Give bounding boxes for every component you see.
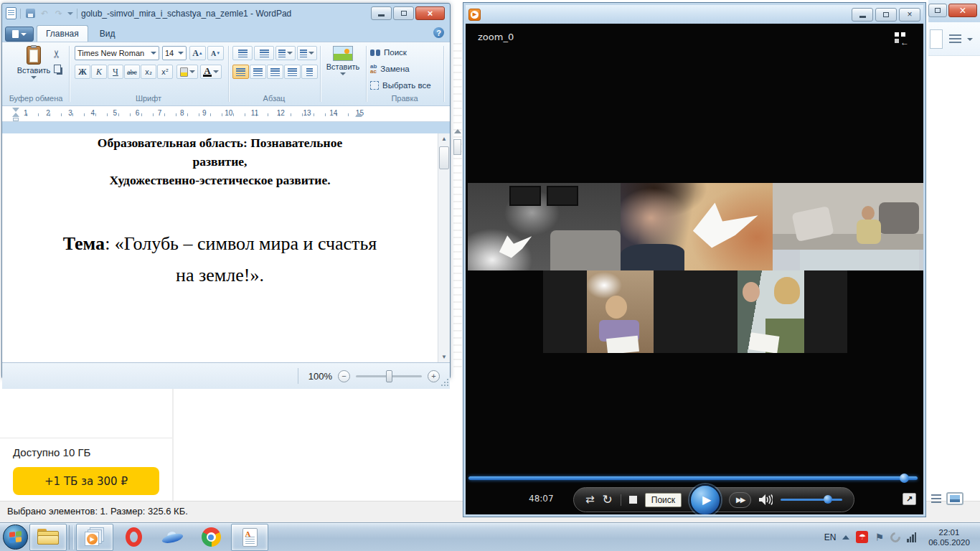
save-button[interactable]	[24, 8, 36, 19]
minimize-icon	[859, 16, 866, 18]
line-spacing-button[interactable]	[297, 46, 317, 60]
italic-button[interactable]: К	[91, 65, 107, 79]
scroll-up-button[interactable]: ▲	[438, 133, 450, 144]
network-signal-icon[interactable]	[907, 532, 916, 542]
font-size-combo[interactable]: 14	[162, 46, 187, 60]
clock[interactable]: 22:01 06.05.2020	[923, 527, 976, 547]
paste-button[interactable]: Вставить	[15, 45, 52, 88]
volume-icon[interactable]	[759, 494, 773, 505]
taskbar-chrome-button[interactable]	[192, 524, 230, 551]
left-indent-marker[interactable]	[13, 118, 19, 121]
taskbar-wordpad-button[interactable]: A	[231, 524, 268, 551]
video-tile-3	[773, 183, 923, 270]
highlight-button[interactable]	[176, 65, 198, 79]
view-dropdown-arrow[interactable]	[967, 38, 973, 41]
increase-indent-button[interactable]	[254, 46, 274, 60]
avira-tray-icon[interactable]: ☂	[856, 531, 868, 543]
tray-date: 06.05.2020	[923, 537, 976, 547]
file-dropdown-arrow	[21, 33, 27, 36]
qat-dropdown-arrow[interactable]	[67, 12, 73, 15]
show-hidden-icons-button[interactable]	[842, 535, 849, 540]
explorer-scroll-up-icon[interactable]	[454, 129, 461, 133]
fast-forward-button[interactable]: ▶▶	[729, 492, 751, 508]
seek-bar[interactable]	[468, 476, 918, 480]
volume-slider[interactable]	[781, 499, 842, 501]
first-line-indent-marker[interactable]	[12, 108, 19, 112]
cut-button[interactable]: ✂	[50, 50, 63, 59]
minimize-button[interactable]	[371, 6, 392, 20]
stop-button[interactable]	[629, 496, 637, 504]
action-center-flag-icon[interactable]: ⚑	[875, 532, 884, 543]
video-area[interactable]: zoom_0 ←	[466, 24, 923, 514]
player-minimize-button[interactable]	[852, 8, 873, 22]
superscript-button[interactable]: x²	[157, 65, 173, 79]
paragraph-dialog-button[interactable]	[301, 65, 318, 79]
clipboard-icon	[27, 46, 41, 65]
align-right-icon	[270, 68, 280, 76]
underline-button[interactable]: Ч	[108, 65, 123, 79]
copy-button[interactable]	[54, 65, 61, 73]
repeat-button[interactable]: ↻	[603, 494, 613, 506]
player-maximize-button[interactable]	[875, 8, 897, 22]
justify-button[interactable]	[284, 65, 301, 79]
redo-button[interactable]: ↷	[53, 8, 65, 19]
right-indent-marker[interactable]	[355, 113, 362, 117]
zoom-in-button[interactable]: +	[428, 370, 440, 382]
help-icon[interactable]: ?	[433, 27, 444, 38]
find-button[interactable]: Поиск	[370, 46, 407, 59]
app-tray-icon[interactable]	[888, 530, 903, 545]
list-view-icon[interactable]	[949, 34, 961, 44]
resize-grip[interactable]	[440, 379, 448, 387]
tab-home[interactable]: Главная	[37, 25, 88, 42]
search-input[interactable]	[930, 29, 943, 49]
language-indicator[interactable]: EN	[824, 532, 837, 542]
select-all-button[interactable]: Выбрать все	[370, 79, 431, 92]
close-button[interactable]: ×	[415, 6, 445, 20]
paper-dove	[684, 188, 770, 265]
player-close-button[interactable]: ×	[899, 8, 920, 22]
document-area[interactable]: Образовательная область: Познавательное …	[2, 133, 450, 362]
volume-thumb[interactable]	[824, 495, 832, 504]
shuffle-button[interactable]: ⇄	[585, 494, 595, 505]
replace-button[interactable]: abacЗамена	[370, 62, 410, 75]
taskbar-media-player-button[interactable]: ▶	[76, 524, 113, 551]
zoom-slider[interactable]	[356, 375, 422, 377]
shrink-font-button[interactable]: A▼	[207, 46, 224, 60]
bold-button[interactable]: Ж	[75, 65, 90, 79]
tab-view[interactable]: Вид	[91, 26, 124, 42]
align-right-button[interactable]	[267, 65, 283, 79]
taskbar-explorer-button[interactable]	[29, 524, 67, 551]
full-mode-button[interactable]: ↗	[903, 493, 916, 505]
scrollbar-thumb[interactable]	[439, 146, 449, 169]
align-center-button[interactable]	[250, 65, 266, 79]
strikethrough-button[interactable]: abc	[124, 65, 140, 79]
taskbar-opera-button[interactable]	[115, 524, 152, 551]
insert-picture-button[interactable]: Вставить	[325, 45, 361, 90]
buy-storage-button[interactable]: +1 ТБ за 300 ₽	[13, 467, 159, 495]
align-left-button[interactable]	[232, 65, 249, 79]
start-button[interactable]	[3, 524, 28, 550]
zoom-out-button[interactable]: −	[338, 370, 350, 382]
thumbnail-view-icon[interactable]	[946, 492, 963, 505]
explorer-scrollbar-thumb[interactable]	[453, 139, 461, 155]
scroll-down-button[interactable]: ▼	[438, 352, 450, 362]
document-scrollbar[interactable]: ▲ ▼	[438, 133, 450, 362]
file-menu-button[interactable]	[5, 27, 34, 42]
font-name-combo[interactable]: Times New Roman	[75, 46, 159, 60]
list-dropdown-arrow	[287, 52, 293, 55]
maximize-button[interactable]	[393, 6, 414, 20]
explorer-close-button[interactable]: ×	[948, 4, 977, 17]
explorer-restore-button[interactable]	[928, 4, 947, 17]
details-view-icon[interactable]	[931, 494, 941, 503]
subscript-button[interactable]: x₂	[141, 65, 156, 79]
grow-font-button[interactable]: A▲	[189, 46, 206, 60]
list-button[interactable]	[275, 46, 296, 60]
font-color-button[interactable]: A	[200, 65, 222, 79]
decrease-indent-button[interactable]	[232, 46, 253, 60]
hanging-indent-marker[interactable]	[12, 113, 19, 117]
taskbar-yandex-disk-button[interactable]	[154, 524, 191, 551]
undo-button[interactable]: ↶	[39, 8, 50, 19]
seek-thumb[interactable]	[900, 474, 909, 483]
zoom-slider-thumb[interactable]	[386, 370, 392, 382]
play-button[interactable]: ▶	[689, 484, 721, 515]
